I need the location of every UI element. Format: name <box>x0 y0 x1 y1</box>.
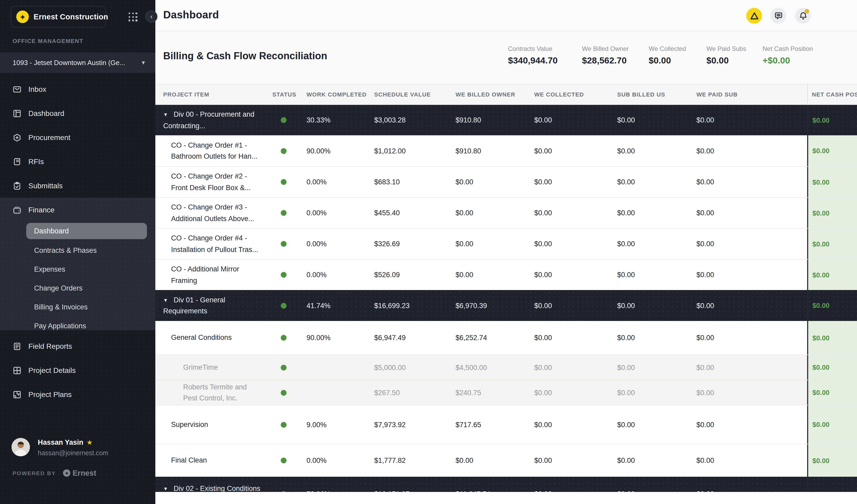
user-profile[interactable]: Hassan Yasin★ hassan@joinernest.com <box>0 436 155 473</box>
company-logo-box[interactable]: ✦ Ernest Construction <box>11 6 106 28</box>
messages-button[interactable] <box>770 8 786 23</box>
collapse-triangle-icon[interactable]: ▼ <box>163 297 168 302</box>
sidebar-collapse-button[interactable]: ‹ <box>145 11 157 22</box>
cell-we-billed-owner: $717.65 <box>455 421 481 429</box>
sidebar-subitem-label: Dashboard <box>34 227 69 235</box>
sidebar-item-rfis[interactable]: RFIs <box>0 150 155 174</box>
field-reports-icon <box>13 342 21 351</box>
table-row[interactable]: CO - Change Order #1 - Bathroom Outlets … <box>155 135 857 166</box>
project-plans-icon <box>13 390 21 399</box>
sidebar-subitem-pay-applications[interactable]: Pay Applications <box>26 316 147 335</box>
cell-we-collected: $0.00 <box>534 421 552 429</box>
project-selector-dropdown[interactable]: 1093 - Jetset Downtown Austin (Ge... ▼ <box>0 52 155 73</box>
cell-net-cash-position: $0.00 <box>807 380 857 405</box>
cell-we-billed-owner: $0.00 <box>455 456 473 464</box>
powered-by-brand: Ernest <box>73 469 96 477</box>
cell-we-collected: $0.00 <box>534 334 552 342</box>
cell-schedule-value: $526.09 <box>374 271 400 279</box>
sidebar-item-label: RFIs <box>28 157 44 166</box>
sidebar-subitem-billing-invoices[interactable]: Billing & Invoices <box>26 297 147 316</box>
apps-grid-icon[interactable] <box>129 13 137 21</box>
powered-by-label: POWERED BY <box>13 470 56 476</box>
cell-we-billed-owner: $0.00 <box>455 209 473 217</box>
star-icon: ★ <box>87 438 93 446</box>
project-item-name: Roberts Termite and Pest Control, Inc. <box>183 381 251 404</box>
sidebar-subitem-dashboard[interactable]: Dashboard <box>26 223 147 239</box>
cell-sub-billed-us: $0.00 <box>617 240 635 248</box>
table-row[interactable]: CO - Additional Mirror Framing0.00%$526.… <box>155 259 857 290</box>
table-row[interactable]: Supervision9.00%$7,973.92$717.65$0.00$0.… <box>155 405 857 444</box>
cell-schedule-value: $455.40 <box>374 209 400 217</box>
cell-sub-billed-us: $0.00 <box>617 301 635 309</box>
table-header-row: PROJECT ITEMSTATUSWORK COMPLETEDSCHEDULE… <box>155 84 857 105</box>
cell-net-cash-position: $0.00 <box>807 444 857 477</box>
cell-sub-billed-us: $0.00 <box>617 147 635 155</box>
alerts-button[interactable] <box>746 8 762 23</box>
sidebar-item-dashboard[interactable]: Dashboard <box>0 101 155 125</box>
table-row[interactable]: GrimeTime$5,000.00$4,500.00$0.00$0.00$0.… <box>155 354 857 380</box>
cell-we-billed-owner: $0.00 <box>455 240 473 248</box>
cell-work-completed: 0.00% <box>306 209 327 217</box>
stat-value: +$0.00 <box>762 56 813 66</box>
avatar <box>12 438 30 456</box>
sidebar-subitem-change-orders[interactable]: Change Orders <box>26 278 147 297</box>
sidebar: ✦ Ernest Construction ‹ OFFICE MANAGEMEN… <box>0 0 155 504</box>
sidebar-subitem-expenses[interactable]: Expenses <box>26 260 147 278</box>
sidebar-item-inbox[interactable]: Inbox <box>0 77 155 101</box>
app-window: ✦ Ernest Construction ‹ OFFICE MANAGEMEN… <box>0 0 857 504</box>
cell-we-paid-sub: $0.00 <box>696 240 714 248</box>
page-title: Dashboard <box>163 9 219 21</box>
project-details-icon <box>13 366 21 375</box>
cell-schedule-value: $326.69 <box>374 240 400 248</box>
project-item-name: Div 01 - General Requirements <box>163 296 225 315</box>
cell-work-completed: 41.74% <box>306 301 331 309</box>
table-row[interactable]: General Conditions90.00%$6,947.49$6,252.… <box>155 321 857 354</box>
company-name: Ernest Construction <box>34 13 108 21</box>
sidebar-item-finance[interactable]: Finance <box>0 198 155 222</box>
cell-project-item: ▼Div 00 - Procurement and Contracting... <box>163 109 260 132</box>
status-dot <box>281 457 287 463</box>
cell-schedule-value: $16,699.23 <box>374 301 409 309</box>
cell-we-paid-sub: $0.00 <box>696 209 714 217</box>
cell-work-completed: 0.00% <box>306 240 327 248</box>
cell-sub-billed-us: $0.00 <box>617 271 635 279</box>
submittals-icon <box>13 181 21 190</box>
cell-we-paid-sub: $0.00 <box>696 388 714 397</box>
cell-schedule-value: $3,003.28 <box>374 116 406 124</box>
stat-label: We Billed Owner <box>582 45 629 52</box>
collapse-triangle-icon[interactable]: ▼ <box>163 112 168 117</box>
notifications-button[interactable] <box>795 8 811 23</box>
sidebar-item-project-details[interactable]: Project Details <box>0 358 155 382</box>
cell-we-collected: $0.00 <box>534 116 552 124</box>
sidebar-item-procurement[interactable]: Procurement <box>0 125 155 150</box>
column-header-we-billed-owner: WE BILLED OWNER <box>455 91 515 98</box>
table-row[interactable]: Roberts Termite and Pest Control, Inc.$2… <box>155 380 857 405</box>
table-row[interactable]: CO - Change Order #2 - Front Desk Floor … <box>155 166 857 197</box>
cell-schedule-value: $1,777.82 <box>374 456 406 464</box>
sidebar-subitem-contracts-phases[interactable]: Contracts & Phases <box>26 241 147 260</box>
table-row[interactable]: CO - Change Order #3 - Additional Outlet… <box>155 197 857 228</box>
table-row[interactable]: CO - Change Order #4 - Installation of P… <box>155 228 857 259</box>
stat-value: $0.00 <box>649 56 686 66</box>
cell-sub-billed-us: $0.00 <box>617 363 635 371</box>
cell-schedule-value: $6,947.49 <box>374 334 406 342</box>
stat-value: $28,562.70 <box>582 56 629 66</box>
sidebar-item-submittals[interactable]: Submittals <box>0 174 155 198</box>
cell-we-paid-sub: $0.00 <box>696 116 714 124</box>
status-dot <box>281 365 287 370</box>
status-dot <box>281 422 287 428</box>
table-row[interactable]: Final Clean0.00%$1,777.82$0.00$0.00$0.00… <box>155 444 857 477</box>
cell-we-paid-sub: $0.00 <box>696 301 714 309</box>
sidebar-item-label: Inbox <box>28 85 47 93</box>
rfis-icon <box>13 157 21 166</box>
table-row[interactable]: ▼Div 01 - General Requirements41.74%$16,… <box>155 290 857 321</box>
cell-we-paid-sub: $0.00 <box>696 334 714 342</box>
cell-net-cash-position: $0.00 <box>807 105 857 135</box>
project-item-name: CO - Change Order #3 - Additional Outlet… <box>171 202 265 224</box>
collapse-triangle-icon[interactable]: ▼ <box>163 486 168 491</box>
project-item-name: Div 00 - Procurement and Contracting... <box>163 110 254 129</box>
sidebar-item-field-reports[interactable]: Field Reports <box>0 334 155 358</box>
project-item-name: Supervision <box>171 419 265 430</box>
sidebar-item-project-plans[interactable]: Project Plans <box>0 382 155 406</box>
table-row[interactable]: ▼Div 00 - Procurement and Contracting...… <box>155 105 857 135</box>
